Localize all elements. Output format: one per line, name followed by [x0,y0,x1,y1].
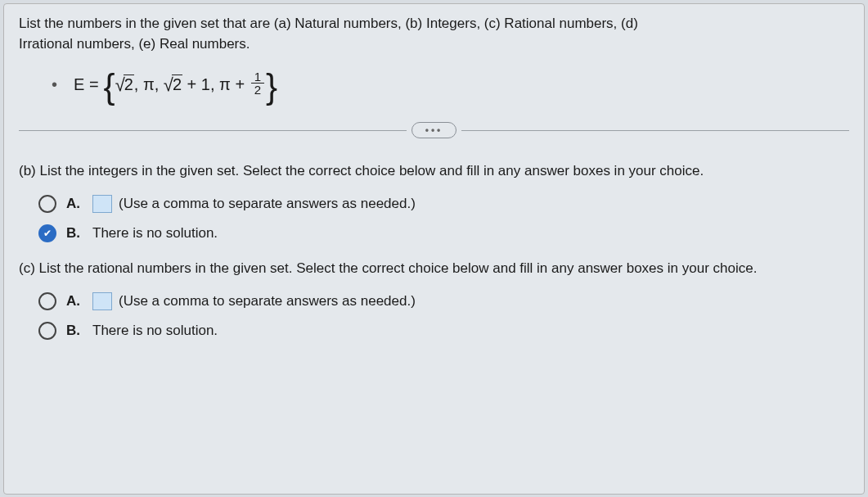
equation-display: • E = { √2 , π, √2 + 1, π + 12 } [52,72,849,97]
intro-line1: List the numbers in the given set that a… [19,16,638,31]
plus1: + 1, π + [182,75,250,94]
divider-line-left [19,130,407,131]
part-b-option-b[interactable]: B. There is no solution. [38,224,849,242]
radio-icon[interactable] [38,322,56,340]
bullet-icon: • [52,75,57,94]
part-b-option-a[interactable]: A. (Use a comma to separate answers as n… [38,195,849,213]
answer-input-box[interactable] [92,195,112,213]
option-letter: B. [66,323,84,339]
radio-icon[interactable] [38,195,56,213]
option-letter: A. [66,196,84,212]
question-page: List the numbers in the given set that a… [3,3,865,495]
part-b-heading: (b) List the integers in the given set. … [19,161,849,182]
option-a-hint: (Use a comma to separate answers as need… [119,293,416,309]
part-c-heading: (c) List the rational numbers in the giv… [19,259,849,279]
option-letter: A. [66,293,84,309]
sqrt2-second: √2 [164,75,182,96]
divider-line-right [461,130,849,131]
expand-pill[interactable]: ••• [412,122,457,138]
right-brace-icon: } [266,76,277,97]
sqrt2-first: √2 [115,75,134,96]
left-brace-icon: { [104,76,115,97]
one-half-fraction: 12 [251,70,264,96]
option-b-text: There is no solution. [92,323,218,339]
equation-lhs: E = [74,75,99,94]
option-a-hint: (Use a comma to separate answers as need… [119,196,416,212]
section-divider: ••• [19,122,849,138]
question-intro: List the numbers in the given set that a… [19,14,849,54]
option-letter: B. [66,225,84,242]
option-b-text: There is no solution. [92,225,218,242]
comma1: , π, [134,75,164,94]
part-c-option-b[interactable]: B. There is no solution. [38,322,849,340]
intro-line2: Irrational numbers, (e) Real numbers. [19,36,250,52]
part-c-option-a[interactable]: A. (Use a comma to separate answers as n… [38,292,849,310]
radio-selected-icon[interactable] [38,224,56,242]
radio-icon[interactable] [38,292,56,310]
answer-input-box[interactable] [92,292,112,310]
